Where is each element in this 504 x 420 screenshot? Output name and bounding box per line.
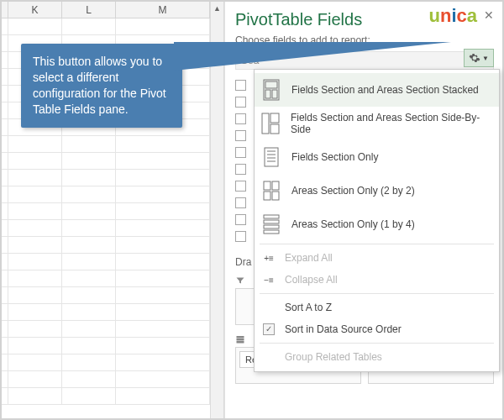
layout-options-menu: Fields Section and Areas Section Stacked…: [254, 69, 500, 372]
menu-separator: [260, 244, 494, 244]
column-header-L[interactable]: L: [62, 2, 116, 18]
svg-rect-2: [265, 90, 270, 98]
menu-item-label: Group Related Tables: [285, 351, 382, 363]
checkbox-icon[interactable]: [235, 164, 246, 175]
column-header-M[interactable]: M: [116, 2, 210, 18]
menu-item-label: Collapse All: [285, 274, 338, 286]
svg-rect-15: [272, 192, 279, 200]
checkbox-icon[interactable]: [235, 113, 246, 124]
checkbox-icon[interactable]: [235, 214, 246, 225]
layout-areas2x2-icon: [261, 179, 281, 202]
svg-rect-19: [264, 230, 279, 234]
collapse-icon: −≡: [261, 273, 276, 286]
column-header-K[interactable]: K: [8, 2, 62, 18]
svg-rect-5: [270, 113, 279, 123]
menu-item-label: Fields Section and Areas Section Side-By…: [291, 112, 491, 135]
menu-item-label: Expand All: [285, 252, 333, 264]
corner-cell: [2, 2, 8, 18]
filter-icon: [235, 276, 245, 286]
gear-icon: [469, 52, 480, 64]
column-headers: K L M: [2, 2, 223, 18]
svg-rect-4: [262, 113, 269, 134]
menu-separator: [260, 343, 494, 344]
expand-icon: +≡: [261, 251, 276, 265]
svg-rect-14: [264, 192, 270, 200]
layout-stacked-icon: [261, 78, 281, 102]
scroll-up-arrow-icon[interactable]: ▲: [211, 2, 223, 15]
svg-rect-6: [270, 124, 279, 134]
menu-item-group-related: Group Related Tables: [255, 346, 499, 368]
app-frame: K L M: [0, 0, 504, 420]
checkbox-icon[interactable]: [235, 231, 246, 242]
svg-rect-17: [264, 220, 279, 223]
callout-text: This button allows you to select a diffe…: [33, 55, 166, 116]
menu-item-sort-az[interactable]: Sort A to Z: [255, 297, 499, 318]
svg-rect-13: [272, 181, 279, 190]
menu-item-stacked[interactable]: Fields Section and Areas Section Stacked: [255, 73, 499, 107]
svg-rect-7: [265, 148, 278, 166]
menu-item-collapse-all: −≡ Collapse All: [255, 269, 499, 291]
svg-rect-3: [272, 90, 277, 98]
spacer: [261, 350, 276, 364]
svg-rect-1: [265, 81, 277, 88]
layout-areas1x4-icon: [261, 213, 281, 236]
menu-item-sidebyside[interactable]: Fields Section and Areas Section Side-By…: [255, 107, 499, 140]
checkbox-icon[interactable]: [235, 181, 246, 192]
checkbox-icon[interactable]: [235, 80, 246, 91]
menu-item-fieldsonly[interactable]: Fields Section Only: [255, 140, 499, 174]
menu-separator: [260, 293, 494, 294]
close-pane-button[interactable]: ✕: [484, 8, 494, 22]
menu-item-areas1by4[interactable]: Areas Section Only (1 by 4): [255, 207, 499, 241]
checkbox-icon[interactable]: [235, 147, 246, 158]
menu-item-areas2by2[interactable]: Areas Section Only (2 by 2): [255, 174, 499, 207]
svg-rect-16: [264, 215, 279, 218]
menu-item-sort-datasource[interactable]: ✓ Sort in Data Source Order: [255, 318, 499, 340]
checkbox-icon[interactable]: [235, 97, 246, 108]
menu-item-label: Fields Section Only: [291, 151, 378, 163]
svg-rect-18: [264, 225, 279, 228]
tools-gear-button[interactable]: ▼: [464, 49, 494, 67]
check-indicator: ✓: [261, 323, 276, 336]
menu-item-expand-all: +≡ Expand All: [255, 247, 499, 269]
brand-logo: unica: [428, 5, 477, 27]
layout-sidebyside-icon: [261, 112, 281, 135]
menu-item-label: Sort A to Z: [285, 302, 332, 313]
menu-item-label: Sort in Data Source Order: [285, 323, 402, 335]
tutorial-callout: This button allows you to select a diffe…: [21, 44, 182, 128]
layout-fieldsonly-icon: [261, 145, 281, 169]
svg-rect-12: [264, 181, 270, 190]
menu-item-label: Areas Section Only (2 by 2): [291, 185, 415, 197]
menu-item-label: Fields Section and Areas Section Stacked: [291, 84, 479, 96]
spacer: [261, 301, 276, 314]
chevron-down-icon: ▼: [482, 55, 489, 62]
checkbox-icon[interactable]: [235, 197, 246, 208]
menu-item-label: Areas Section Only (1 by 4): [291, 218, 415, 230]
checkbox-icon[interactable]: [235, 130, 246, 141]
rows-icon: [235, 334, 245, 344]
